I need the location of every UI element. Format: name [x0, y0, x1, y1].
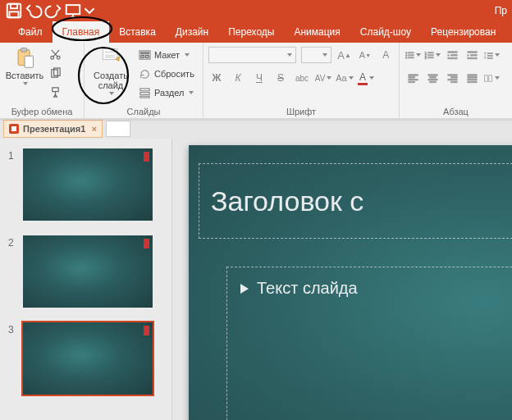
- reset-button[interactable]: Сбросить: [135, 66, 198, 82]
- copy-icon[interactable]: [48, 66, 62, 80]
- document-tab[interactable]: Презентация1 ×: [3, 120, 103, 138]
- new-document-button[interactable]: [106, 121, 130, 137]
- svg-rect-17: [141, 55, 144, 57]
- italic-button[interactable]: К: [230, 70, 246, 86]
- redo-icon[interactable]: [44, 2, 62, 20]
- tab-slideshow[interactable]: Слайд-шоу: [350, 21, 421, 43]
- tab-design[interactable]: Дизайн: [166, 21, 218, 43]
- close-document-icon[interactable]: ×: [91, 124, 96, 134]
- format-painter-icon[interactable]: [48, 84, 62, 99]
- numbering-button[interactable]: 123: [424, 47, 441, 63]
- bold-button[interactable]: Ж: [208, 70, 225, 86]
- group-font: A▲ A▼ A Ж К Ч S abc AV Aa A Шрифт: [203, 43, 400, 118]
- save-icon[interactable]: [5, 2, 23, 20]
- slide-marker-icon: [144, 152, 149, 162]
- slide-thumbnail[interactable]: [23, 148, 153, 221]
- font-size-combo[interactable]: [301, 47, 331, 63]
- svg-rect-60: [489, 75, 492, 81]
- body-placeholder[interactable]: Текст слайда: [226, 267, 512, 420]
- increase-indent-button[interactable]: [464, 47, 480, 63]
- thumbnail-row[interactable]: 1: [8, 148, 163, 221]
- section-button[interactable]: Раздел: [135, 84, 198, 101]
- strikethrough-button[interactable]: S: [272, 70, 289, 86]
- svg-rect-44: [408, 76, 414, 77]
- svg-rect-42: [487, 57, 492, 58]
- bullets-button[interactable]: [405, 47, 421, 63]
- workspace: 1 2 3 Заголовок с Текст слайда: [0, 139, 512, 420]
- svg-rect-56: [467, 76, 476, 77]
- svg-rect-43: [408, 74, 417, 75]
- new-slide-button[interactable]: Создать слайд: [89, 46, 132, 95]
- slide-thumbnail[interactable]: [23, 235, 153, 308]
- tab-transitions[interactable]: Переходы: [218, 21, 284, 43]
- slide-thumbnail[interactable]: [23, 322, 153, 395]
- svg-rect-54: [450, 81, 457, 82]
- qat-customize-icon[interactable]: [84, 2, 95, 20]
- tab-animations[interactable]: Анимация: [284, 21, 350, 43]
- svg-rect-53: [447, 79, 456, 80]
- decrease-font-icon[interactable]: A▼: [357, 47, 373, 63]
- tab-review[interactable]: Рецензирован: [421, 21, 505, 43]
- text-shadow-button[interactable]: abc: [294, 70, 310, 86]
- svg-rect-55: [467, 74, 476, 75]
- paste-button[interactable]: Вставить: [5, 46, 44, 85]
- align-center-button[interactable]: [424, 70, 441, 86]
- cut-icon[interactable]: [48, 47, 62, 62]
- tab-file[interactable]: Файл: [8, 21, 53, 43]
- justify-button[interactable]: [464, 70, 480, 86]
- svg-rect-58: [467, 81, 476, 82]
- svg-rect-35: [450, 54, 457, 55]
- align-right-button[interactable]: [444, 70, 460, 86]
- svg-rect-57: [467, 79, 476, 80]
- title-placeholder-text: Заголовок с: [211, 185, 363, 217]
- svg-rect-37: [467, 51, 476, 52]
- layout-button[interactable]: Макет: [135, 47, 198, 63]
- title-placeholder[interactable]: Заголовок с: [199, 163, 512, 239]
- start-slideshow-icon[interactable]: [64, 2, 82, 20]
- undo-icon[interactable]: [25, 2, 43, 20]
- thumbnail-pane[interactable]: 1 2 3: [0, 139, 172, 420]
- svg-rect-36: [447, 57, 456, 58]
- columns-button[interactable]: [483, 70, 500, 86]
- font-family-combo[interactable]: [208, 47, 296, 63]
- presentation-icon: [9, 124, 19, 134]
- svg-point-22: [405, 52, 407, 53]
- align-left-button[interactable]: [405, 70, 421, 86]
- slide-editor[interactable]: Заголовок с Текст слайда: [172, 139, 512, 420]
- tab-home[interactable]: Главная: [53, 21, 110, 43]
- tab-insert[interactable]: Вставка: [109, 21, 166, 43]
- font-color-button[interactable]: A: [358, 70, 374, 86]
- svg-rect-3: [66, 5, 80, 14]
- character-spacing-button[interactable]: AV: [315, 70, 331, 86]
- svg-rect-5: [21, 48, 27, 52]
- group-paragraph-label: Абзац: [405, 106, 507, 116]
- slide-canvas[interactable]: Заголовок с Текст слайда: [189, 145, 512, 420]
- svg-text:3: 3: [425, 57, 427, 60]
- svg-rect-41: [487, 55, 492, 56]
- svg-rect-45: [408, 79, 417, 80]
- svg-rect-2: [10, 11, 19, 17]
- title-bar: Пр: [0, 0, 512, 21]
- svg-rect-6: [25, 56, 34, 67]
- svg-rect-20: [140, 92, 149, 94]
- decrease-indent-button[interactable]: [444, 47, 460, 63]
- thumbnail-row[interactable]: 3: [8, 322, 163, 395]
- underline-button[interactable]: Ч: [251, 70, 267, 86]
- thumbnail-row[interactable]: 2: [8, 235, 163, 308]
- group-clipboard: Вставить Буфер обмена: [0, 43, 85, 118]
- document-name: Презентация1: [23, 124, 85, 134]
- svg-rect-33: [428, 57, 434, 57]
- svg-rect-51: [447, 74, 456, 75]
- svg-rect-49: [427, 79, 437, 80]
- increase-font-icon[interactable]: A▲: [336, 47, 352, 63]
- svg-rect-11: [52, 87, 58, 91]
- line-spacing-button[interactable]: [483, 47, 500, 63]
- clear-formatting-icon[interactable]: A: [378, 47, 394, 63]
- svg-rect-14: [105, 55, 115, 58]
- change-case-button[interactable]: Aa: [336, 70, 353, 86]
- group-paragraph: 123 Абзац: [400, 43, 512, 118]
- svg-rect-50: [429, 81, 436, 82]
- svg-rect-38: [470, 54, 477, 55]
- ribbon: Вставить Буфер обмена Создать слайд: [0, 43, 512, 119]
- body-placeholder-text: Текст слайда: [257, 279, 358, 298]
